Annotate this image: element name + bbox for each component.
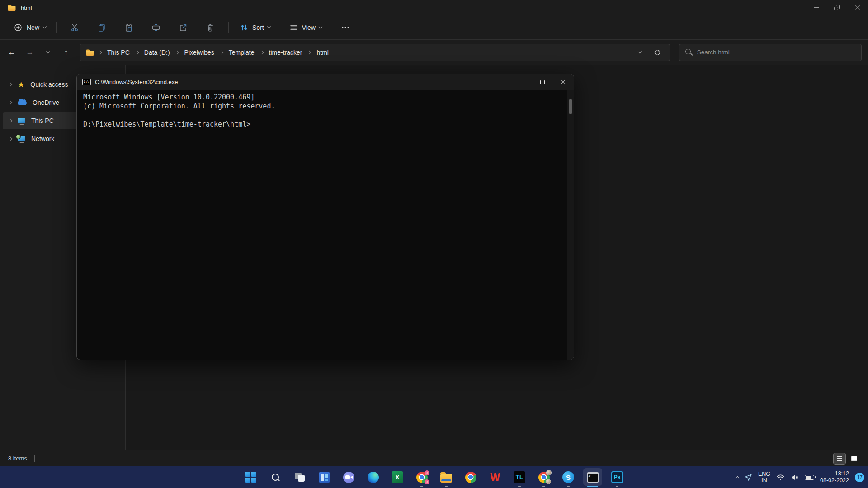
delete-button[interactable]: [197, 19, 224, 36]
refresh-button[interactable]: [651, 48, 664, 56]
skype-icon: S: [562, 471, 574, 483]
onedrive-cloud-icon: [18, 101, 27, 105]
chevron-right-icon: [98, 50, 102, 54]
scrollbar-thumb[interactable]: [569, 99, 572, 114]
excel-button[interactable]: X: [385, 466, 410, 488]
details-view-button[interactable]: [834, 453, 845, 464]
widgets-button[interactable]: [312, 466, 336, 488]
breadcrumb-item[interactable]: Template: [227, 48, 256, 57]
paste-button[interactable]: [115, 19, 142, 36]
tl-app-button[interactable]: TL: [507, 466, 532, 488]
search-icon: [271, 473, 279, 481]
cmd-minimize-button[interactable]: [511, 74, 532, 90]
chat-camera-icon: [343, 472, 354, 483]
forward-button[interactable]: →: [22, 44, 38, 61]
language-indicator[interactable]: ENG IN: [758, 471, 770, 483]
chevron-right-icon: [135, 50, 139, 54]
close-button[interactable]: [847, 0, 868, 15]
view-toggle-group: [834, 453, 860, 464]
tl-app-icon: TL: [514, 471, 525, 483]
wifi-indicator[interactable]: [776, 474, 785, 480]
cmd-close-button[interactable]: [553, 74, 574, 90]
rename-button[interactable]: [142, 19, 170, 36]
clock[interactable]: 18:12 08-02-2022: [820, 470, 849, 484]
breadcrumb-item[interactable]: Pixelwibes: [183, 48, 216, 57]
cmd-maximize-button[interactable]: [532, 74, 553, 90]
see-more-button[interactable]: [336, 19, 354, 36]
window-title: html: [21, 5, 32, 11]
cmd-titlebar: C:\ C:\Windows\System32\cmd.exe: [77, 74, 574, 90]
tray-overflow-button[interactable]: [736, 475, 739, 479]
chat-button[interactable]: [336, 466, 361, 488]
widgets-icon: [319, 472, 330, 483]
paste-icon: [124, 23, 133, 32]
recent-locations-button[interactable]: [40, 44, 56, 61]
chevron-down-icon: [43, 24, 47, 28]
breadcrumb-item[interactable]: This PC: [105, 48, 132, 57]
sidebar-item-label: This PC: [31, 117, 54, 124]
running-indicator: [542, 486, 545, 487]
breadcrumb-item[interactable]: time-tracker: [267, 48, 304, 57]
search-icon: [685, 48, 693, 56]
cmd-taskbar-button[interactable]: >_: [580, 466, 605, 488]
back-button[interactable]: ←: [4, 44, 20, 61]
edge-button[interactable]: [361, 466, 385, 488]
breadcrumb-bar[interactable]: This PC Data (D:) Pixelwibes Template ti…: [80, 44, 670, 61]
notification-badge[interactable]: 17: [855, 473, 864, 482]
cmd-window-controls: [511, 74, 574, 90]
skype-button[interactable]: S: [556, 466, 580, 488]
chevron-down-icon: [46, 49, 50, 53]
chrome-button[interactable]: [458, 466, 483, 488]
battery-indicator[interactable]: [805, 475, 814, 480]
expand-chevron-icon[interactable]: [9, 83, 12, 86]
volume-indicator[interactable]: [791, 474, 799, 481]
cmd-console[interactable]: Microsoft Windows [Version 10.0.22000.46…: [77, 90, 574, 360]
chevron-down-icon: [638, 49, 642, 53]
expand-chevron-icon[interactable]: [9, 119, 12, 122]
chrome-profile2-button[interactable]: [532, 466, 556, 488]
desktop: html New: [0, 0, 868, 488]
cut-button[interactable]: [61, 19, 88, 36]
minimize-button[interactable]: [806, 0, 826, 15]
cmd-window: C:\ C:\Windows\System32\cmd.exe Microsof…: [76, 74, 574, 360]
file-explorer-button[interactable]: [434, 466, 458, 488]
ellipsis-icon: [341, 23, 350, 32]
address-dropdown-button[interactable]: [633, 52, 646, 53]
close-icon: [561, 80, 566, 85]
expand-chevron-icon[interactable]: [9, 137, 12, 141]
sidebar-item-label: OneDrive: [33, 99, 59, 106]
share-button[interactable]: [170, 19, 197, 36]
sort-button[interactable]: Sort: [233, 19, 277, 36]
start-button[interactable]: [239, 466, 263, 488]
chevron-down-icon: [267, 24, 270, 28]
cmd-scrollbar[interactable]: [567, 90, 574, 360]
breadcrumb-item[interactable]: Data (D:): [142, 48, 172, 57]
restore-button[interactable]: [826, 0, 847, 15]
wps-office-button[interactable]: W: [483, 466, 507, 488]
large-icons-view-button[interactable]: [848, 453, 860, 464]
cut-icon: [70, 23, 79, 32]
photoshop-button[interactable]: Ps: [605, 466, 629, 488]
chevron-up-icon: [736, 476, 739, 480]
copy-button[interactable]: [88, 19, 115, 36]
photoshop-icon: Ps: [611, 471, 623, 483]
new-button[interactable]: New: [8, 19, 52, 36]
view-button[interactable]: View: [283, 19, 328, 36]
excel-icon: X: [392, 471, 403, 483]
location-in-use-indicator[interactable]: [745, 474, 752, 481]
search-input[interactable]: [697, 49, 856, 56]
status-separator: [34, 455, 35, 462]
taskbar-search-button[interactable]: [263, 466, 288, 488]
breadcrumb-item[interactable]: html: [315, 48, 330, 57]
search-box[interactable]: [679, 44, 862, 61]
windows-logo-icon: [245, 472, 256, 483]
monitor-icon: [18, 118, 25, 123]
chrome-profile1-button[interactable]: J J: [410, 466, 434, 488]
task-view-button[interactable]: [288, 466, 312, 488]
large-icons-view-icon: [851, 456, 857, 461]
refresh-icon: [653, 48, 661, 56]
expand-chevron-icon[interactable]: [9, 101, 12, 104]
folder-icon: [86, 50, 94, 55]
folder-icon: [8, 6, 16, 11]
up-button[interactable]: ↑: [58, 44, 74, 61]
